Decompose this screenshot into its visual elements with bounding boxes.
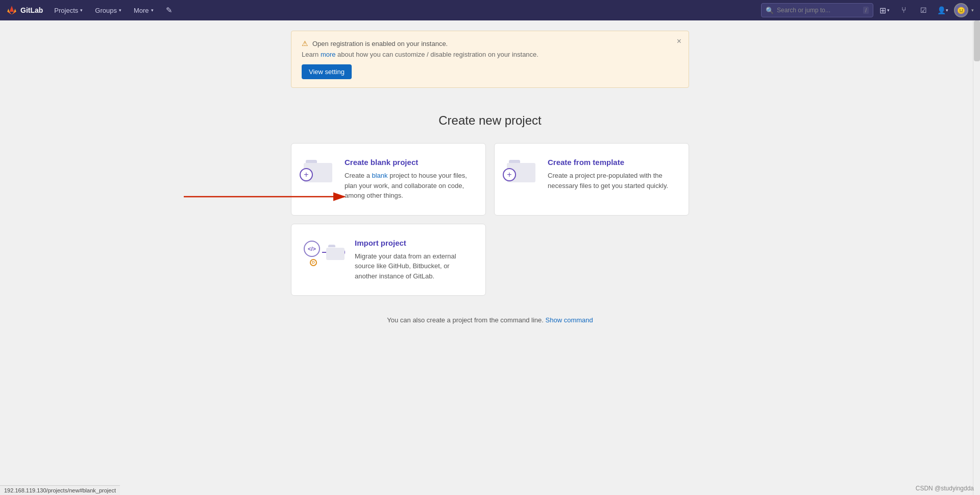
- create-from-template-card[interactable]: + Create from template Create a project …: [494, 143, 689, 216]
- todos-icon[interactable]: ☑: [915, 2, 932, 18]
- blank-link[interactable]: blank: [372, 172, 387, 179]
- avatar-initials: 😐: [957, 7, 965, 14]
- cards-wrapper: + Create blank project Create a blank pr…: [291, 143, 689, 304]
- import-project-card[interactable]: </> D →: [291, 224, 486, 296]
- warning-icon: ⚠: [302, 39, 308, 48]
- chevron-down-icon: ▾: [971, 8, 974, 13]
- blank-project-title: Create blank project: [345, 158, 473, 167]
- chevron-down-icon: ▾: [80, 8, 83, 13]
- pencil-edit-icon[interactable]: ✎: [161, 4, 178, 17]
- navbar-right: 🔍 / ⊞ ▾ ⑂ ☑ 👤 ▾ 😐 ▾: [761, 2, 974, 18]
- folder-icon: +: [507, 160, 535, 182]
- nav-groups[interactable]: Groups ▾: [90, 5, 127, 16]
- page-title: Create new project: [438, 113, 541, 128]
- banner-title: ⚠ Open registration is enabled on your i…: [302, 39, 678, 48]
- statusbar: 192.168.119.130/projects/new#blank_proje…: [0, 485, 120, 495]
- template-title: Create from template: [548, 158, 676, 167]
- navbar: GitLab Projects ▾ Groups ▾ More ▾ ✎ 🔍 / …: [0, 0, 980, 20]
- plus-icon: ⊞: [879, 6, 886, 15]
- import-desc: Migrate your data from an external sourc…: [355, 251, 473, 281]
- blank-project-desc: Create a blank project to house your fil…: [345, 171, 473, 201]
- folder-icon: +: [304, 160, 332, 182]
- footer-text-before: You can also create a project from the c…: [387, 316, 545, 324]
- svg-marker-2: [12, 12, 16, 15]
- scrollbar-track[interactable]: [973, 20, 980, 495]
- blank-project-icon-wrap: +: [304, 158, 334, 188]
- footer-command-line: You can also create a project from the c…: [387, 316, 593, 324]
- banner-description: Learn more about how you can customize /…: [302, 51, 678, 58]
- plus-circle-icon: +: [503, 168, 516, 181]
- plus-circle-icon: +: [300, 168, 313, 181]
- template-desc: Create a project pre-populated with the …: [548, 171, 676, 191]
- slash-shortcut: /: [863, 7, 869, 14]
- top-cards-row: + Create blank project Create a blank pr…: [291, 143, 689, 216]
- csdn-watermark: CSDN @studyingdda: [916, 485, 974, 492]
- svg-marker-4: [14, 9, 16, 12]
- code-icon: </>: [304, 241, 320, 257]
- search-box[interactable]: 🔍 /: [761, 3, 873, 17]
- show-command-link[interactable]: Show command: [546, 316, 593, 324]
- import-folder-icon: [326, 243, 345, 260]
- d-icon: D: [310, 259, 317, 266]
- svg-marker-1: [7, 12, 12, 15]
- close-banner-button[interactable]: ×: [677, 37, 681, 45]
- import-icon-wrap: </> D →: [304, 239, 345, 269]
- import-title: Import project: [355, 239, 473, 247]
- nav-projects[interactable]: Projects ▾: [49, 5, 88, 16]
- main-content: ⚠ Open registration is enabled on your i…: [0, 20, 980, 495]
- svg-marker-3: [7, 9, 9, 12]
- merge-requests-icon[interactable]: ⑂: [896, 2, 912, 18]
- chevron-down-icon: ▾: [119, 8, 121, 13]
- blank-project-text: Create blank project Create a blank proj…: [345, 158, 473, 201]
- chevron-down-icon: ▾: [151, 8, 154, 13]
- avatar[interactable]: 😐: [954, 3, 968, 17]
- import-text: Import project Migrate your data from an…: [355, 239, 473, 281]
- gitlab-logo-icon: [6, 5, 17, 16]
- nav-more[interactable]: More ▾: [129, 5, 159, 16]
- learn-more-link[interactable]: more: [321, 51, 336, 58]
- svg-marker-0: [10, 6, 14, 12]
- view-setting-button[interactable]: View setting: [302, 64, 352, 79]
- search-icon: 🔍: [766, 7, 774, 14]
- template-text: Create from template Create a project pr…: [548, 158, 676, 191]
- create-blank-project-card[interactable]: + Create blank project Create a blank pr…: [291, 143, 486, 216]
- user-profile-icon[interactable]: 👤 ▾: [935, 2, 951, 18]
- registration-banner: ⚠ Open registration is enabled on your i…: [291, 31, 689, 88]
- status-url: 192.168.119.130/projects/new#blank_proje…: [4, 487, 116, 493]
- banner-title-text: Open registration is enabled on your ins…: [312, 40, 448, 48]
- chevron-down-icon: ▾: [887, 8, 890, 13]
- new-project-button[interactable]: ⊞ ▾: [876, 2, 893, 18]
- template-icon-wrap: +: [507, 158, 537, 188]
- gitlab-brand[interactable]: GitLab: [6, 5, 43, 16]
- scrollbar-thumb[interactable]: [974, 20, 980, 61]
- search-input[interactable]: [777, 7, 860, 14]
- bottom-cards-row: </> D →: [291, 224, 689, 296]
- gitlab-label: GitLab: [20, 6, 43, 14]
